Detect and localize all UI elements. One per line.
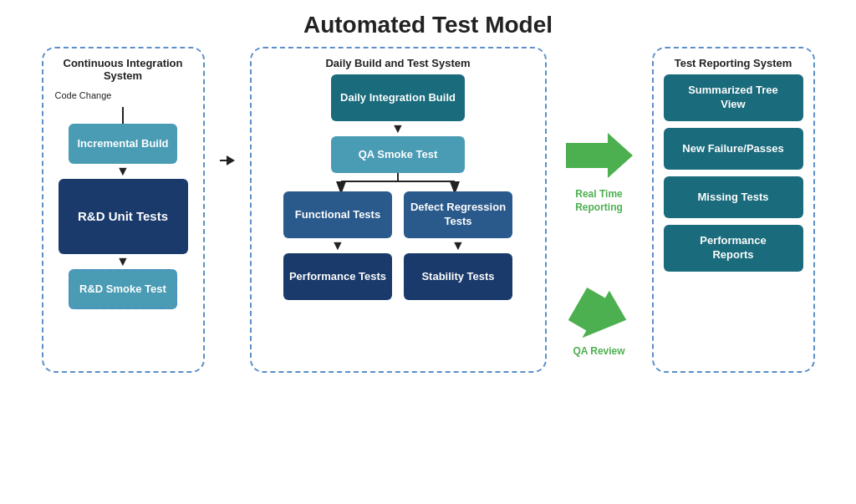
- arrow-down-1: ▼: [116, 164, 130, 179]
- reporting-system-box: Test Reporting System Summarized Tree Vi…: [652, 47, 815, 373]
- qa-review-block: QA Review: [570, 289, 629, 357]
- daily-system-box: Daily Build and Test System Daily Integr…: [250, 47, 547, 373]
- performance-tests-node: Performance Tests: [283, 253, 392, 300]
- incremental-build-node: Incremental Build: [69, 124, 177, 164]
- green-arrow-svg: [566, 126, 633, 185]
- performance-reports-node: Performance Reports: [664, 225, 803, 272]
- code-change-line: [122, 107, 124, 124]
- daily-inner: Daily Integration Build ▼ QA Smoke Test: [262, 74, 535, 300]
- svg-marker-4: [566, 133, 633, 178]
- rd-unit-tests-node: R&D Unit Tests: [59, 179, 188, 254]
- defect-regression-tests-node: Defect Regression Tests: [404, 191, 512, 238]
- svg-marker-5: [563, 281, 634, 353]
- new-failure-passes-node: New Failure/Passes: [664, 128, 803, 170]
- branch-svg: [281, 173, 515, 191]
- reporting-inner: Summarized Tree View New Failure/Passes …: [664, 74, 803, 272]
- daily-col-right: Defect Regression Tests ▼ Stability Test…: [404, 191, 512, 300]
- page-title: Automated Test Model: [0, 0, 856, 47]
- functional-tests-node: Functional Tests: [283, 191, 392, 238]
- rd-smoke-test-node: R&D Smoke Test: [69, 269, 177, 309]
- reporting-system-label: Test Reporting System: [664, 57, 803, 69]
- qa-review-arrow-svg: [560, 278, 638, 354]
- real-time-reporting-block: Real Time Reporting: [566, 126, 633, 214]
- daily-split: Functional Tests ▼ Performance Tests Def…: [283, 191, 512, 300]
- qa-smoke-test-node: QA Smoke Test: [331, 136, 465, 173]
- ci-system-box: Continuous Integration System Code Chang…: [42, 47, 205, 373]
- arrow-down-2: ▼: [116, 254, 130, 269]
- real-time-reporting-label: Real Time Reporting: [575, 188, 623, 214]
- missing-tests-node: Missing Tests: [664, 176, 803, 218]
- daily-system-label: Daily Build and Test System: [262, 57, 535, 69]
- arrow-down-4: ▼: [331, 238, 344, 253]
- daily-integration-build-node: Daily Integration Build: [331, 74, 465, 121]
- daily-col-left: Functional Tests ▼ Performance Tests: [283, 191, 392, 300]
- summarized-tree-view-node: Summarized Tree View: [664, 74, 803, 121]
- diagram-area: Continuous Integration System Code Chang…: [0, 47, 856, 373]
- code-change-label: Code Change: [55, 90, 112, 100]
- arrow-down-3: ▼: [391, 121, 405, 136]
- arrow-down-5: ▼: [451, 238, 465, 253]
- ci-system-label: Continuous Integration System: [54, 57, 193, 82]
- stability-tests-node: Stability Tests: [404, 253, 512, 300]
- page-container: Automated Test Model Continuous Integrat…: [0, 0, 856, 504]
- ci-inner: Code Change Incremental Build ▼ R&D Unit…: [54, 87, 193, 309]
- split-arrows: [281, 173, 515, 191]
- real-time-area: Real Time Reporting QA Review: [562, 47, 637, 357]
- ci-to-daily-arrow: [220, 47, 235, 165]
